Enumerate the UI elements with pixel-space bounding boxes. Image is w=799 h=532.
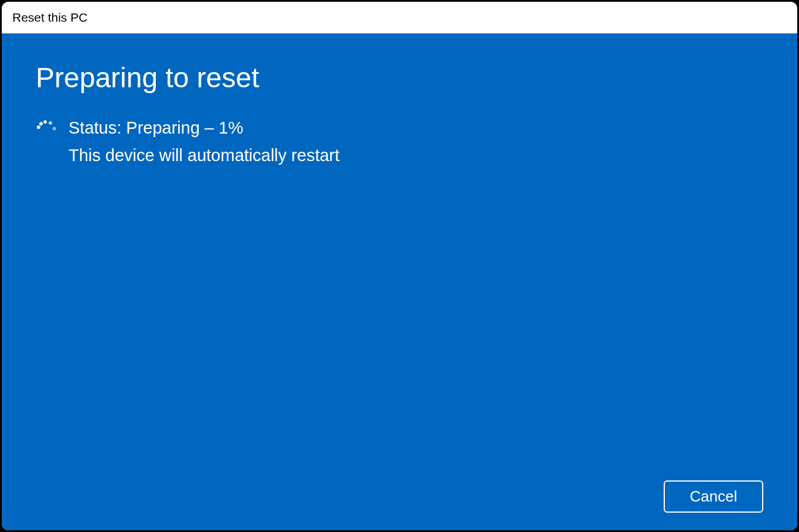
dialog-footer: Cancel bbox=[36, 480, 763, 513]
status-text-block: Status: Preparing – 1% This device will … bbox=[69, 118, 340, 165]
restart-notice: This device will automatically restart bbox=[69, 146, 340, 165]
dialog-window: Reset this PC Preparing to reset Status:… bbox=[2, 2, 797, 530]
dialog-content: Preparing to reset Status: Preparing – 1… bbox=[2, 33, 797, 530]
status-text: Status: Preparing – 1% bbox=[69, 118, 340, 138]
window-title: Reset this PC bbox=[12, 11, 87, 25]
dialog-heading: Preparing to reset bbox=[36, 62, 763, 94]
progress-spinner-icon bbox=[36, 120, 57, 141]
cancel-button[interactable]: Cancel bbox=[664, 480, 763, 513]
status-row: Status: Preparing – 1% This device will … bbox=[36, 118, 763, 165]
window-titlebar: Reset this PC bbox=[2, 2, 797, 33]
